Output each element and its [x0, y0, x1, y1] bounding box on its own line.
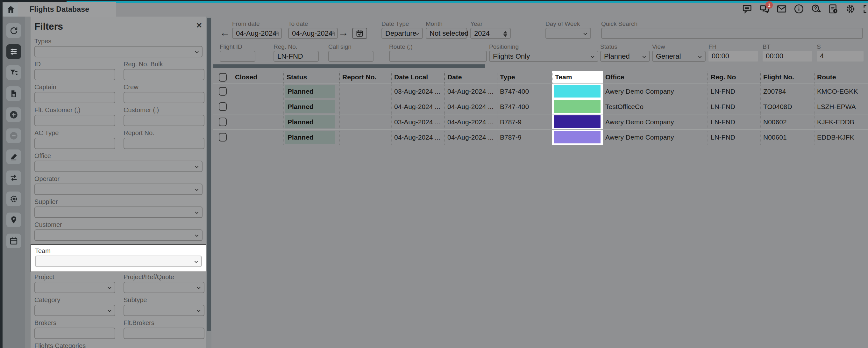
category-select[interactable]: [34, 304, 115, 316]
row-checkbox[interactable]: [219, 118, 227, 126]
comment-icon[interactable]: [742, 3, 753, 14]
close-icon[interactable]: ×: [196, 21, 202, 29]
quick-search-input[interactable]: [601, 28, 863, 39]
field-label: Flights Categories: [34, 342, 203, 348]
team-select[interactable]: [35, 256, 202, 267]
mail-icon[interactable]: [776, 3, 787, 14]
customer-select[interactable]: [34, 229, 203, 241]
flt-customer-input[interactable]: [34, 115, 115, 126]
field-label: Year: [470, 20, 511, 27]
next-day-arrow[interactable]: →: [338, 27, 348, 38]
id-input[interactable]: [34, 69, 115, 80]
filters-scrollbar-thumb[interactable]: [207, 18, 211, 331]
filter-remove-icon[interactable]: [6, 65, 21, 80]
project-ref-quote-select[interactable]: [124, 282, 205, 293]
map-pin-icon[interactable]: [6, 212, 21, 227]
date-type-select[interactable]: Departure: [381, 28, 423, 39]
field-label: Types: [34, 38, 203, 45]
transfer-icon[interactable]: [6, 171, 21, 185]
flight-id-input[interactable]: [220, 51, 255, 62]
status-select[interactable]: Planned: [600, 51, 650, 62]
view-select[interactable]: General: [652, 51, 706, 62]
route-input[interactable]: [389, 51, 487, 62]
header-date[interactable]: Date: [444, 71, 497, 84]
header-type[interactable]: Type: [497, 71, 552, 84]
horizontal-scrollbar[interactable]: [213, 64, 485, 68]
table-row[interactable]: Planned 03-Aug-2024 ... 04-Aug-2024 ... …: [213, 114, 868, 129]
flt-brokers-input[interactable]: [124, 328, 205, 339]
info-icon[interactable]: [794, 3, 804, 14]
project-select[interactable]: [34, 282, 115, 293]
refresh-icon[interactable]: [6, 23, 21, 38]
reg-no-bulk-input[interactable]: [124, 69, 205, 80]
from-date-input[interactable]: 04-Aug-2024: [232, 28, 282, 39]
header-reg-no[interactable]: Reg. No: [708, 71, 760, 84]
header-status[interactable]: Status: [283, 71, 339, 84]
home-button[interactable]: [3, 3, 18, 17]
header-route[interactable]: Route: [814, 71, 868, 84]
topbar-icon-row: 1 ?: [742, 3, 868, 14]
crew-input[interactable]: [124, 92, 205, 103]
field-label: Customer (;): [124, 107, 205, 113]
month-select[interactable]: Not selected: [426, 28, 467, 39]
chat-icon[interactable]: 1: [759, 3, 770, 14]
subtype-select[interactable]: [124, 304, 205, 316]
office-select[interactable]: [34, 161, 203, 172]
header-report-no[interactable]: Report No.: [339, 71, 391, 84]
report-no-input[interactable]: [124, 138, 205, 149]
notification-badge: 1: [766, 1, 773, 9]
call-sign-input[interactable]: [328, 51, 373, 62]
row-checkbox[interactable]: [219, 102, 227, 111]
field-label: Team: [35, 247, 202, 254]
calendar-check-button[interactable]: [352, 28, 367, 39]
field-label: Operator: [34, 175, 203, 182]
tab-flights-database[interactable]: Flights Database: [18, 2, 116, 17]
header-flight-no[interactable]: Flight No.: [760, 71, 814, 84]
settings-gear-icon[interactable]: [6, 192, 21, 206]
calendar-icon[interactable]: [329, 31, 335, 37]
report-icon[interactable]: [6, 86, 21, 101]
filter-settings-icon[interactable]: [6, 44, 21, 59]
help-chat-icon[interactable]: ?: [811, 3, 822, 14]
header-team[interactable]: Team: [552, 71, 603, 84]
calendar-icon[interactable]: [273, 31, 279, 37]
types-select[interactable]: [34, 46, 203, 57]
cell-date-local: 04-Aug-2024 ...: [391, 99, 444, 114]
header-date-local[interactable]: Date Local: [391, 71, 444, 84]
calendar-icon[interactable]: [6, 234, 21, 248]
prev-day-arrow[interactable]: ←: [220, 27, 230, 38]
row-checkbox[interactable]: [219, 87, 227, 96]
flight-id-field: Flight ID: [220, 44, 255, 62]
fullscreen-icon[interactable]: [862, 3, 868, 14]
table-row[interactable]: Planned 04-Aug-2024 ... 04-Aug-2024 ... …: [213, 129, 868, 145]
select-all-checkbox[interactable]: [219, 73, 227, 82]
row-checkbox[interactable]: [219, 133, 227, 142]
year-stepper[interactable]: 2024: [470, 28, 511, 39]
day-of-week-select[interactable]: [546, 28, 591, 39]
customer-list-input[interactable]: [124, 115, 205, 126]
field-label: Subtype: [124, 296, 205, 303]
reg-no-input[interactable]: LN-FND: [274, 51, 319, 62]
add-circle-icon[interactable]: [6, 107, 21, 122]
header-office[interactable]: Office: [603, 71, 708, 84]
field-label: Day of Week: [546, 20, 591, 27]
field-label: FH: [709, 44, 758, 50]
eraser-icon[interactable]: [6, 149, 21, 164]
header-closed[interactable]: Closed: [232, 71, 283, 84]
captain-input[interactable]: [34, 92, 115, 103]
table-row[interactable]: Planned 03-Aug-2024 ... 04-Aug-2024 ... …: [213, 84, 868, 99]
operator-select[interactable]: [34, 183, 203, 195]
cell-type: B747-400: [497, 99, 552, 114]
gear-icon[interactable]: [845, 3, 856, 14]
supplier-select[interactable]: [34, 206, 203, 218]
brokers-input[interactable]: [34, 328, 115, 339]
report-info-icon[interactable]: [828, 3, 839, 14]
filter-field-id: ID: [34, 61, 115, 80]
filter-field-brokers: Brokers: [34, 319, 115, 339]
to-date-input[interactable]: 04-Aug-2024: [288, 28, 338, 39]
table-row[interactable]: Planned 04-Aug-2024 ... 04-Aug-2024 ... …: [213, 99, 868, 114]
remove-circle-icon[interactable]: [6, 128, 21, 143]
ac-type-input[interactable]: [34, 138, 115, 149]
positioning-select[interactable]: Flights Only: [489, 51, 598, 62]
updown-stepper-icon[interactable]: [503, 31, 507, 37]
